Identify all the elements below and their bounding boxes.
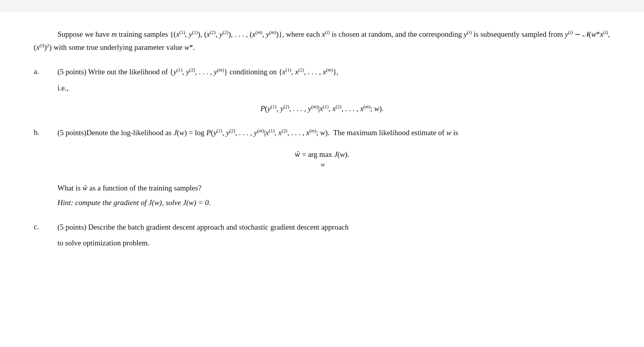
problem-c-section: c. (5 points) Describe the batch gradien… bbox=[34, 221, 610, 250]
problem-a-label: a. (5 points) Write out the likelihood o… bbox=[34, 65, 610, 78]
problem-a-ie: i.e., bbox=[34, 81, 610, 94]
problem-a-text: (5 points) Write out the likelihood of {… bbox=[58, 65, 610, 78]
intro-paragraph: Suppose we have m training samples {(x(1… bbox=[34, 28, 610, 54]
problem-b-hint: Hint: compute the gradient of J(w), solv… bbox=[34, 196, 610, 209]
problem-b-text: (5 points)Denote the log-likelihood as J… bbox=[58, 126, 610, 139]
problem-c-label: c. (5 points) Describe the batch gradien… bbox=[34, 221, 610, 234]
problem-b-section: b. (5 points)Denote the log-likelihood a… bbox=[34, 126, 610, 209]
problem-c-continuation: to solve optimization problem. bbox=[34, 237, 610, 249]
problem-b-question: What is ŵ as a function of the training … bbox=[34, 181, 610, 194]
page-container: Suppose we have m training samples {(x(1… bbox=[0, 12, 644, 347]
label-a: a. bbox=[34, 65, 58, 78]
problem-b-label: b. (5 points)Denote the log-likelihood a… bbox=[34, 126, 610, 139]
label-b: b. bbox=[34, 126, 58, 139]
problem-c-text: (5 points) Describe the batch gradient d… bbox=[58, 221, 610, 234]
problem-b-formula: ŵ = arg max J(w). w bbox=[34, 147, 610, 174]
problem-a-formula: P(y(1), y(2), . . . , y(m)|x(1), x(2), .… bbox=[34, 102, 610, 115]
problem-a-section: a. (5 points) Write out the likelihood o… bbox=[34, 65, 610, 115]
label-c: c. bbox=[34, 221, 58, 233]
var-m: m bbox=[111, 30, 117, 38]
content-area: Suppose we have m training samples {(x(1… bbox=[34, 28, 610, 249]
